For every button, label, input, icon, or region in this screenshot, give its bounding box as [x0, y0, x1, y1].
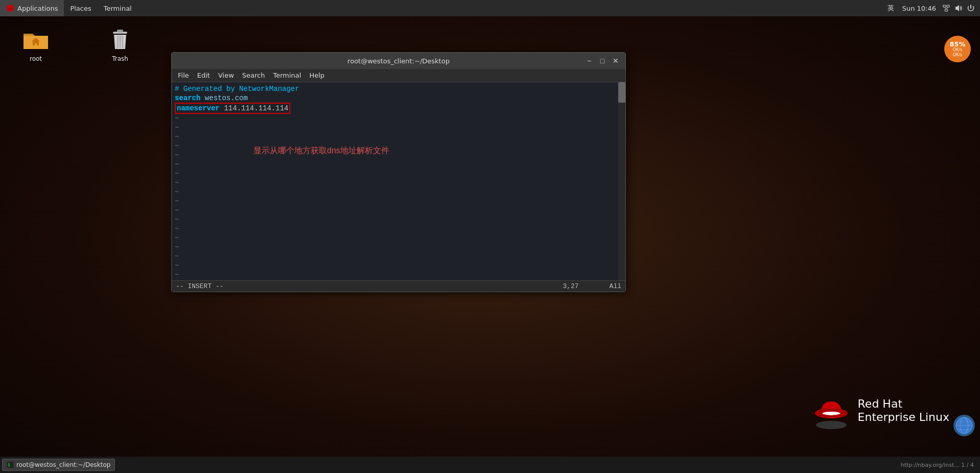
tilde-line: ~ [172, 114, 618, 123]
svg-point-2 [8, 8, 13, 10]
tilde-line: ~ [172, 132, 618, 141]
tilde-line: ~ [172, 187, 618, 197]
network-icon[interactable] [941, 3, 951, 13]
tilde-line: ~ [172, 224, 618, 233]
clock: Sun 10:46 [899, 0, 939, 16]
tilde-line: ~ [172, 252, 618, 261]
scrollbar-thumb[interactable] [618, 82, 625, 103]
trash-image [107, 27, 133, 53]
annotation-text: 显示从哪个地方获取dns地址解析文件 [253, 146, 389, 155]
vim-mode: -- INSERT -- [176, 282, 224, 290]
vim-statusbar: -- INSERT -- 3,27 All [172, 280, 625, 292]
trash-icon[interactable]: Trash [100, 27, 141, 62]
language-indicator: 英 [884, 0, 897, 16]
minimize-button[interactable]: − [584, 55, 595, 66]
menu-file[interactable]: File [174, 70, 193, 80]
vim-editor[interactable]: # Generated by NetworkManager search wes… [172, 82, 618, 280]
root-label: root [30, 55, 42, 62]
svg-line-14 [122, 36, 123, 48]
taskbar-terminal-icon: $ [7, 461, 14, 468]
net-percent: 85% [949, 41, 965, 48]
svg-rect-3 [943, 5, 946, 7]
applications-label: Applications [17, 5, 58, 12]
svg-rect-11 [117, 30, 123, 32]
editor-line-1: # Generated by NetworkManager [172, 84, 618, 93]
net-up: OK/s [953, 48, 962, 53]
menu-search[interactable]: Search [238, 70, 269, 80]
tilde-line: ~ [172, 178, 618, 187]
tilde-line: ~ [172, 123, 618, 132]
volume-icon[interactable] [953, 3, 964, 13]
svg-line-12 [118, 36, 118, 48]
svg-rect-5 [945, 9, 948, 11]
taskbar-right-text: http://nbay.org/inst... 1 / 4 [901, 462, 978, 468]
tilde-line: ~ [172, 261, 618, 270]
terminal-window: root@westos_client:~/Desktop − □ ✕ File … [171, 52, 626, 292]
net-speed-widget: 85% OK/s OK/s [944, 36, 971, 62]
tilde-line: ~ [172, 233, 618, 243]
tilde-line: ~ [172, 169, 618, 178]
globe-widget[interactable] [953, 415, 975, 436]
tilde-line: ~ [172, 160, 618, 169]
svg-rect-4 [947, 5, 949, 7]
editor-line-3: nameserver 114.114.114.114 [172, 103, 618, 114]
net-down: OK/s [953, 53, 962, 58]
taskbar: $ root@westos_client:~/Desktop http://nb… [0, 457, 980, 473]
tilde-line: ~ [172, 197, 618, 206]
menu-edit[interactable]: Edit [193, 70, 214, 80]
trash-label: Trash [112, 55, 128, 62]
terminal-content: # Generated by NetworkManager search wes… [172, 82, 625, 280]
power-icon[interactable] [966, 3, 976, 13]
top-bar-left: Applications Places Terminal [0, 0, 138, 16]
close-button[interactable]: ✕ [610, 55, 621, 66]
svg-marker-8 [955, 5, 959, 11]
vim-position: 3,27 [563, 282, 578, 290]
terminal-menu[interactable]: Terminal [98, 0, 138, 16]
redhat-logo-text: Red Hat Enterprise Linux [858, 397, 949, 424]
vim-scroll: All [610, 282, 621, 290]
tilde-line: ~ [172, 141, 618, 151]
taskbar-item-label: root@westos_client:~/Desktop [16, 461, 110, 468]
taskbar-terminal-item[interactable]: $ root@westos_client:~/Desktop [2, 459, 115, 471]
svg-line-7 [946, 7, 948, 9]
terminal-menubar: File Edit View Search Terminal Help [172, 69, 625, 82]
tilde-line: ~ [172, 270, 618, 279]
maximize-button[interactable]: □ [597, 55, 608, 66]
svg-text:$: $ [8, 463, 10, 467]
desktop: root Trash root@westos_client:~/Desktop … [0, 16, 980, 457]
redhat-logo-icon [811, 390, 852, 431]
menu-help[interactable]: Help [305, 70, 329, 80]
svg-point-15 [816, 421, 847, 429]
menu-view[interactable]: View [214, 70, 238, 80]
places-menu[interactable]: Places [64, 0, 97, 16]
tilde-line: ~ [172, 215, 618, 224]
applications-menu[interactable]: Applications [0, 0, 64, 16]
tilde-line: ~ [172, 243, 618, 252]
terminal-scrollbar[interactable] [618, 82, 625, 280]
titlebar-buttons: − □ ✕ [584, 55, 621, 66]
terminal-title: root@westos_client:~/Desktop [347, 57, 450, 65]
redhat-icon [6, 4, 14, 12]
root-folder-icon[interactable]: root [15, 27, 56, 62]
tilde-line: ~ [172, 151, 618, 160]
top-menubar: Applications Places Terminal 英 Sun 10:46 [0, 0, 980, 16]
terminal-titlebar: root@westos_client:~/Desktop − □ ✕ [172, 53, 625, 69]
tilde-line: ~ [172, 206, 618, 215]
folder-image [22, 27, 49, 53]
redhat-logo: Red Hat Enterprise Linux [811, 390, 949, 431]
top-bar-right: 英 Sun 10:46 [884, 0, 980, 16]
svg-line-6 [945, 7, 947, 9]
editor-line-2: search westos.com [172, 93, 618, 103]
menu-terminal[interactable]: Terminal [269, 70, 305, 80]
